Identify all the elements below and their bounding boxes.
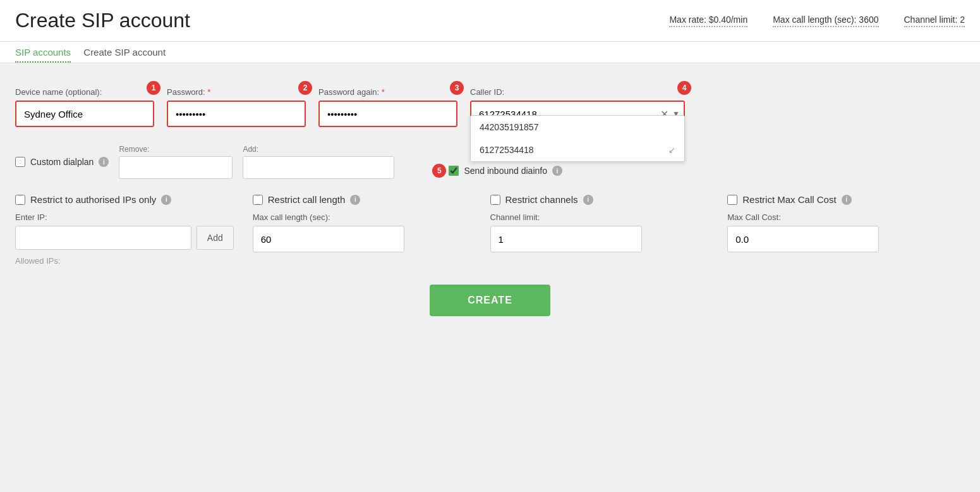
breadcrumb-current: Create SIP account (83, 47, 166, 63)
restrict-channels-block: Restrict channels i Channel limit: (490, 194, 728, 266)
restrict-max-call-cost-info-icon[interactable]: i (842, 195, 852, 205)
ip-add-button[interactable]: Add (197, 226, 234, 250)
caller-id-dropdown: 442035191857 61272534418 ↙ (470, 115, 685, 162)
restrict-call-length-label: Restrict call length (268, 194, 346, 205)
channel-limit-input[interactable] (490, 226, 642, 252)
dialplan-section: Custom dialplan i Remove: Add: (15, 145, 394, 179)
restrict-channels-checkbox[interactable] (490, 195, 500, 205)
create-button[interactable]: CREATE (430, 285, 550, 316)
password-again-input[interactable] (318, 101, 457, 127)
field-badge-2: 2 (298, 81, 312, 95)
custom-dialplan-info-icon[interactable]: i (99, 157, 109, 167)
breadcrumb-sep (76, 47, 78, 63)
password-again-group: 3 Password again: * (318, 87, 457, 127)
max-rate-stat: Max rate: $0.40/min (669, 15, 747, 27)
device-name-label: Device name (optional): (15, 87, 154, 97)
restrict-max-call-cost-checkbox[interactable] (727, 195, 737, 205)
ip-input[interactable] (15, 226, 191, 250)
breadcrumb: SIP accounts Create SIP account (15, 47, 965, 63)
send-inbound-info-icon[interactable]: i (552, 166, 562, 176)
field-badge-4: 4 (677, 81, 691, 95)
restrict-channels-label: Restrict channels (505, 194, 578, 205)
device-name-group: 1 Device name (optional): (15, 87, 154, 127)
restrict-channels-row: Restrict channels i (490, 194, 709, 205)
dialplan-add-input[interactable] (243, 156, 394, 179)
caller-id-label: Caller ID: (470, 87, 685, 97)
max-call-cost-input[interactable] (727, 226, 879, 252)
custom-dialplan-checkbox-label[interactable]: Custom dialplan i (15, 157, 109, 167)
restrict-max-call-cost-label: Restrict Max Call Cost (742, 194, 836, 205)
field-badge-1: 1 (147, 81, 160, 95)
max-call-cost-sub-label: Max Call Cost: (727, 212, 946, 222)
create-btn-row: CREATE (15, 285, 965, 316)
restrict-max-call-cost-row: Restrict Max Call Cost i (727, 194, 946, 205)
max-call-length-stat: Max call length (sec): 3600 (773, 15, 878, 27)
field-badge-5: 5 (432, 164, 446, 178)
restrict-max-call-cost-block: Restrict Max Call Cost i Max Call Cost: (727, 194, 965, 266)
restrict-ips-info-icon[interactable]: i (161, 195, 171, 205)
field-badge-3: 3 (450, 81, 464, 95)
max-call-length-sub-label: Max call length (sec): (253, 212, 471, 222)
restrict-ips-row: Restrict to authorised IPs only i (15, 194, 234, 205)
page-title: Create SIP account (15, 9, 190, 32)
send-inbound-checkbox-label[interactable]: Send inbound diainfo i (449, 166, 562, 176)
password-again-label: Password again: * (318, 87, 457, 97)
password-required: * (207, 87, 210, 97)
max-call-length-input[interactable] (253, 226, 404, 252)
channel-limit-sub-label: Channel limit: (490, 212, 709, 222)
restrict-call-length-block: Restrict call length i Max call length (… (253, 194, 490, 266)
password-input[interactable] (167, 101, 306, 127)
restrict-ips-block: Restrict to authorised IPs only i Enter … (15, 194, 253, 266)
restrict-channels-info-icon[interactable]: i (583, 195, 593, 205)
restrict-section: Restrict to authorised IPs only i Enter … (15, 194, 965, 266)
custom-dialplan-checkbox[interactable] (15, 157, 25, 167)
dialplan-add-label: Add: (243, 145, 394, 154)
password-again-required: * (382, 87, 385, 97)
password-label: Password: * (167, 87, 306, 97)
send-inbound-checkbox[interactable] (449, 166, 459, 176)
restrict-call-length-row: Restrict call length i (253, 194, 471, 205)
enter-ip-label: Enter IP: (15, 212, 234, 222)
breadcrumb-sip-accounts[interactable]: SIP accounts (15, 47, 71, 63)
channel-limit-stat: Channel limit: 2 (904, 15, 965, 27)
restrict-ips-label: Restrict to authorised IPs only (30, 194, 156, 205)
dialplan-remove-label: Remove: (119, 145, 233, 154)
restrict-call-length-checkbox[interactable] (253, 195, 263, 205)
ip-row: Add (15, 226, 234, 250)
allowed-ips-label: Allowed IPs: (15, 256, 234, 266)
restrict-call-length-info-icon[interactable]: i (350, 195, 360, 205)
restrict-ips-checkbox[interactable] (15, 195, 25, 205)
password-group: 2 Password: * (167, 87, 306, 127)
dialplan-remove-input[interactable] (119, 156, 233, 179)
dialplan-fields: Remove: Add: (119, 145, 394, 179)
caller-id-group: 4 Caller ID: ✕ ▼ 442035191857 6127253441… (470, 87, 685, 127)
caller-id-option-2[interactable]: 61272534418 ↙ (471, 138, 684, 161)
send-inbound-label: Send inbound diainfo (464, 166, 547, 176)
caller-id-option-1[interactable]: 442035191857 (471, 116, 684, 138)
custom-dialplan-label: Custom dialplan (30, 157, 94, 167)
top-stats: Max rate: $0.40/min Max call length (sec… (669, 15, 965, 27)
device-name-input[interactable] (15, 101, 154, 127)
